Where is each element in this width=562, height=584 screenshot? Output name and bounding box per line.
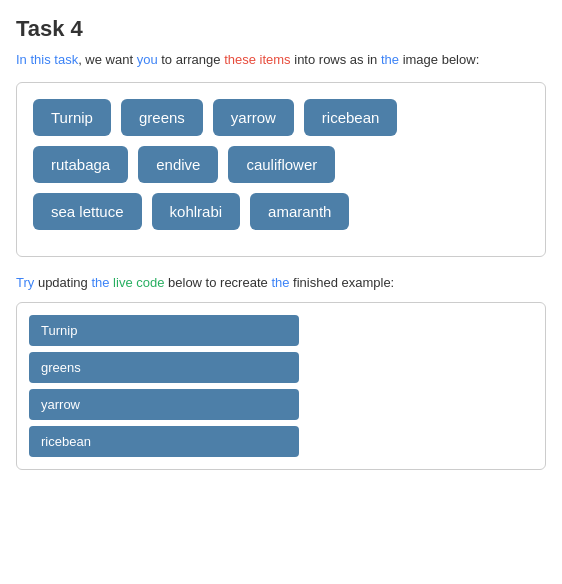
tag-row-1: Turnip greens yarrow ricebean [33, 99, 529, 136]
tag-endive[interactable]: endive [138, 146, 218, 183]
intro-text: In this task, we want you to arrange the… [16, 50, 546, 70]
tag-kohlrabi[interactable]: kohlrabi [152, 193, 241, 230]
tag-yarrow[interactable]: yarrow [213, 99, 294, 136]
items-box: Turnip greens yarrow ricebean rutabaga e… [16, 82, 546, 257]
tag-turnip[interactable]: Turnip [33, 99, 111, 136]
tag-row-2: rutabaga endive cauliflower [33, 146, 529, 183]
tag-cauliflower[interactable]: cauliflower [228, 146, 335, 183]
example-tag-turnip[interactable]: Turnip [29, 315, 299, 346]
example-tag-yarrow[interactable]: yarrow [29, 389, 299, 420]
example-list: Turnip greens yarrow ricebean [29, 315, 299, 457]
example-box: Turnip greens yarrow ricebean [16, 302, 546, 470]
section2-label: Try updating the live code below to recr… [16, 273, 546, 293]
tag-greens[interactable]: greens [121, 99, 203, 136]
tag-amaranth[interactable]: amaranth [250, 193, 349, 230]
example-tag-ricebean[interactable]: ricebean [29, 426, 299, 457]
tag-ricebean[interactable]: ricebean [304, 99, 398, 136]
example-tag-greens[interactable]: greens [29, 352, 299, 383]
tag-sea-lettuce[interactable]: sea lettuce [33, 193, 142, 230]
tag-rutabaga[interactable]: rutabaga [33, 146, 128, 183]
page-title: Task 4 [16, 16, 546, 42]
tag-row-3: sea lettuce kohlrabi amaranth [33, 193, 529, 230]
